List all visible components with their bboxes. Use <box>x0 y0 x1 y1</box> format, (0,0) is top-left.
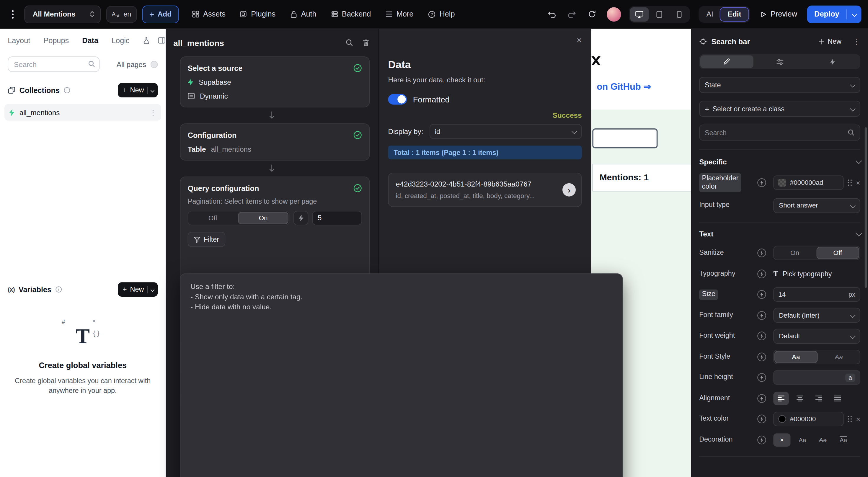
pick-typography-button[interactable]: T Pick typography <box>773 269 832 278</box>
close-icon[interactable]: × <box>577 36 582 45</box>
bind-icon[interactable] <box>757 393 773 404</box>
preview-button[interactable]: Preview <box>760 10 797 18</box>
all-pages-filter[interactable]: All pages <box>117 60 158 68</box>
input-type-select[interactable]: Short answer <box>773 198 860 213</box>
sanitize-off[interactable]: Off <box>816 247 859 259</box>
ai-mode-button[interactable]: AI <box>700 7 720 21</box>
decoration-underline-button[interactable]: Aa <box>794 433 811 447</box>
bind-icon[interactable] <box>757 414 773 424</box>
decoration-none-button[interactable]: × <box>773 433 790 447</box>
preview-search-input[interactable] <box>592 128 657 149</box>
tab-settings[interactable] <box>753 56 806 68</box>
pagination-off[interactable]: Off <box>188 211 238 225</box>
bind-button[interactable] <box>293 211 309 225</box>
assets-button[interactable]: Assets <box>192 10 225 18</box>
data-item-card[interactable]: e42d3223-0202-4b51-82f4-89b635aa0767 id,… <box>388 173 582 207</box>
auth-button[interactable]: Auth <box>290 10 316 18</box>
clear-icon[interactable]: × <box>856 416 860 423</box>
add-condition-button[interactable]: + Add condition <box>190 318 245 477</box>
new-variable-button[interactable]: + New <box>118 282 158 297</box>
drag-handle-icon[interactable] <box>847 415 853 423</box>
trash-icon[interactable] <box>362 39 370 46</box>
decoration-strikethrough-button[interactable]: Aa <box>814 433 831 447</box>
size-unit[interactable]: px <box>848 291 855 298</box>
align-right-button[interactable] <box>811 392 827 405</box>
panel-toggle-icon[interactable] <box>158 37 165 44</box>
redo-button[interactable] <box>565 7 579 21</box>
font-family-select[interactable]: Default (Inter) <box>773 308 860 323</box>
decoration-overline-button[interactable]: Aa <box>835 433 852 447</box>
text-section-header[interactable]: Text <box>699 222 860 246</box>
table-value[interactable]: all_mentions <box>211 145 251 153</box>
align-justify-button[interactable] <box>830 392 845 405</box>
font-weight-select[interactable]: Default <box>773 328 860 344</box>
refresh-button[interactable] <box>585 7 599 21</box>
new-collection-button[interactable]: + New <box>118 83 158 97</box>
language-selector[interactable]: A en <box>106 6 137 23</box>
help-button[interactable]: ? Help <box>428 10 455 18</box>
inspector-search-input[interactable] <box>705 129 844 136</box>
search-icon[interactable] <box>345 39 353 46</box>
tab-logic[interactable]: Logic <box>112 36 130 44</box>
tab-data[interactable]: Data <box>82 36 98 44</box>
sanitize-on[interactable]: On <box>774 247 816 260</box>
bind-icon[interactable] <box>757 373 773 383</box>
deploy-button[interactable]: Deploy <box>807 5 862 23</box>
clear-icon[interactable]: × <box>856 179 860 186</box>
bind-icon[interactable] <box>757 310 773 320</box>
debug-icon[interactable] <box>143 37 150 44</box>
new-state-button[interactable]: New <box>818 38 841 45</box>
preview-github-link[interactable]: on GitHub ⇒ <box>597 82 651 92</box>
tab-style[interactable] <box>700 56 753 68</box>
formatted-toggle[interactable] <box>388 94 407 105</box>
state-select[interactable]: State <box>699 77 860 93</box>
per-page-input[interactable] <box>312 211 362 225</box>
placeholder-color-picker[interactable]: #000000ad <box>773 176 844 190</box>
expand-item-button[interactable]: › <box>562 183 576 197</box>
filter-button[interactable]: Filter <box>188 232 225 247</box>
line-height-unit[interactable]: a <box>845 373 855 382</box>
size-value[interactable]: 14 <box>778 291 786 298</box>
source-option-supabase[interactable]: Supabase <box>188 78 362 86</box>
mobile-device-button[interactable] <box>670 7 689 21</box>
desktop-device-button[interactable] <box>630 7 649 21</box>
bind-icon[interactable] <box>757 269 773 279</box>
tab-workflows[interactable] <box>806 56 859 68</box>
source-option-dynamic[interactable]: Dynamic <box>188 92 362 100</box>
scrollbar[interactable] <box>865 127 867 288</box>
add-button[interactable]: + Add <box>142 5 179 23</box>
plugins-button[interactable]: Plugins <box>240 10 276 18</box>
class-select[interactable]: + Select or create a class <box>699 101 860 117</box>
project-selector[interactable]: All Mentions <box>25 5 101 23</box>
left-search-input[interactable] <box>8 56 99 72</box>
bind-icon[interactable] <box>757 331 773 341</box>
avatar[interactable] <box>607 7 621 21</box>
edit-mode-button[interactable]: Edit <box>720 7 749 21</box>
main-menu-button[interactable] <box>7 6 19 23</box>
line-height-input[interactable]: a <box>773 371 860 385</box>
deploy-chevron[interactable] <box>847 12 862 16</box>
text-color-picker[interactable]: #000000 <box>773 412 844 426</box>
font-style-normal[interactable]: Aa <box>774 351 817 363</box>
specific-section-header[interactable]: Specific <box>699 150 860 173</box>
undo-button[interactable] <box>545 7 559 21</box>
bind-icon[interactable] <box>757 290 773 299</box>
bind-icon[interactable] <box>757 435 773 445</box>
collection-item-all-mentions[interactable]: all_mentions ⋮ <box>4 104 161 121</box>
item-menu-icon[interactable]: ⋮ <box>149 108 156 117</box>
display-by-select[interactable]: id <box>429 124 582 139</box>
pagination-on[interactable]: On <box>238 212 288 224</box>
font-style-italic[interactable]: Aa <box>818 350 860 363</box>
bind-icon[interactable] <box>757 352 773 362</box>
backend-button[interactable]: Backend <box>331 10 371 18</box>
tab-layout[interactable]: Layout <box>8 36 30 44</box>
tablet-device-button[interactable] <box>650 7 669 21</box>
drag-handle-icon[interactable] <box>847 179 853 187</box>
inspector-menu-icon[interactable]: ⋮ <box>852 37 860 46</box>
tab-popups[interactable]: Popups <box>43 36 69 44</box>
more-button[interactable]: More <box>385 10 413 18</box>
bind-icon[interactable] <box>757 248 773 258</box>
bind-icon[interactable] <box>757 178 773 188</box>
align-center-button[interactable] <box>792 392 808 405</box>
align-left-button[interactable] <box>773 392 789 405</box>
